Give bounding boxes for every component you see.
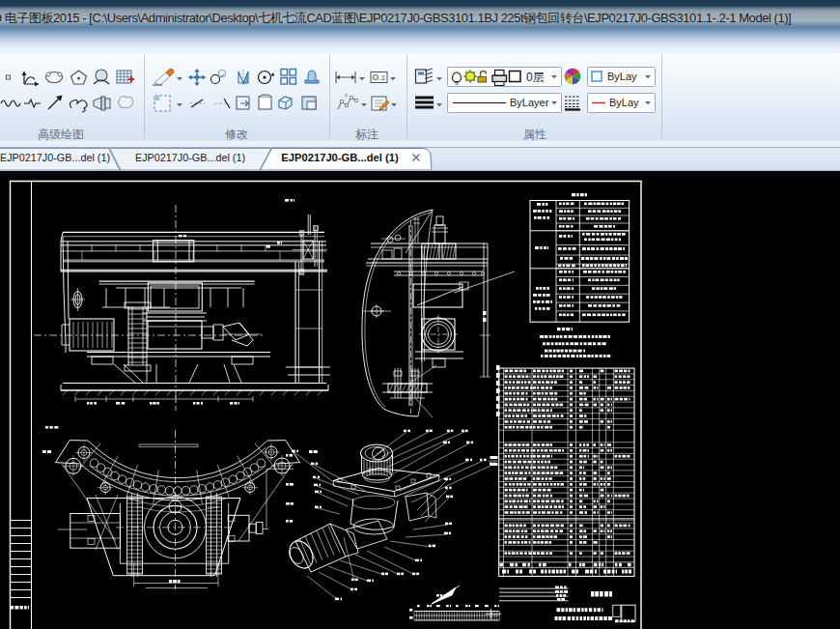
svg-text:EJP0217J0-GB...del (1): EJP0217J0-GB...del (1) <box>281 152 399 163</box>
svg-text:.1: .1 <box>379 74 385 81</box>
svg-text:EJP0217J0-GB...del (1): EJP0217J0-GB...del (1) <box>135 152 245 163</box>
svg-text:ByLay: ByLay <box>609 97 639 108</box>
svg-text:ByLay: ByLay <box>607 71 637 82</box>
svg-text:ByLayer: ByLayer <box>510 97 549 108</box>
svg-text:EJP0217J0-GB...del (1): EJP0217J0-GB...del (1) <box>0 152 110 163</box>
svg-text:0层: 0层 <box>526 71 545 84</box>
svg-text:x: x <box>345 92 348 98</box>
